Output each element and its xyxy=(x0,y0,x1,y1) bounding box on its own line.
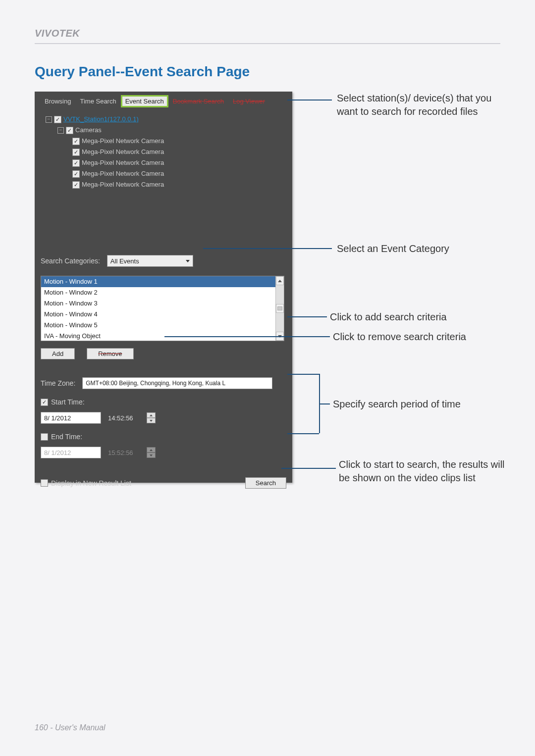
spin-down-icon[interactable] xyxy=(147,418,156,423)
connector-line xyxy=(287,100,332,101)
connector-line xyxy=(319,403,330,404)
end-time-checkbox[interactable]: ✓ xyxy=(41,433,48,441)
query-panel: Browsing Time Search Event Search Bookma… xyxy=(35,92,292,483)
end-date-picker[interactable]: 8/ 1/2012 xyxy=(41,447,101,458)
connector-line xyxy=(281,468,336,469)
brand-header: VIVOTEK xyxy=(35,28,500,44)
tree-camera-row[interactable]: ✓ Mega-Pixel Network Camera xyxy=(72,136,283,147)
footer-text: 160 - User's Manual xyxy=(35,723,106,732)
start-date-value: 8/ 1/2012 xyxy=(44,414,71,422)
connector-line xyxy=(287,374,319,375)
list-item[interactable]: Motion - Window 2 xyxy=(41,287,284,298)
collapse-icon[interactable]: − xyxy=(57,127,64,134)
anno-remove: Click to remove search criteria xyxy=(333,330,506,344)
camera-label: Mega-Pixel Network Camera xyxy=(82,147,164,157)
end-time-spinner[interactable] xyxy=(147,447,156,458)
tree-camera-row[interactable]: ✓ Mega-Pixel Network Camera xyxy=(72,147,283,157)
tree-camera-row[interactable]: ✓ Mega-Pixel Network Camera xyxy=(72,168,283,179)
device-tree: − ✓ VVTK_Station1(127.0.0.1) − ✓ Cameras… xyxy=(41,112,286,247)
start-time-checkbox[interactable]: ✓ xyxy=(41,399,48,406)
checkbox-icon[interactable]: ✓ xyxy=(66,127,73,134)
start-date-picker[interactable]: 8/ 1/2012 xyxy=(41,412,101,424)
timezone-value: GMT+08:00 Beijing, Chongqing, Hong Kong,… xyxy=(86,380,225,387)
camera-label: Mega-Pixel Network Camera xyxy=(82,168,164,179)
tab-browsing[interactable]: Browsing xyxy=(41,96,75,107)
spin-down-icon[interactable] xyxy=(147,453,156,458)
end-date-value: 8/ 1/2012 xyxy=(44,449,71,456)
end-time-value: 15:52:56 xyxy=(108,449,140,456)
add-button[interactable]: Add xyxy=(41,348,75,359)
scrollbar[interactable] xyxy=(275,276,284,341)
connector-line xyxy=(287,433,319,434)
display-new-checkbox[interactable]: ✓ xyxy=(41,479,48,487)
event-listbox[interactable]: Motion - Window 1 Motion - Window 2 Moti… xyxy=(41,276,284,341)
list-item[interactable]: Motion - Window 3 xyxy=(41,298,284,309)
checkbox-icon[interactable]: ✓ xyxy=(72,138,80,145)
spin-up-icon[interactable] xyxy=(147,447,156,453)
connector-line xyxy=(203,248,332,249)
diagram-area: Browsing Time Search Event Search Bookma… xyxy=(35,92,505,522)
tree-camera-row[interactable]: ✓ Mega-Pixel Network Camera xyxy=(72,179,283,190)
search-button[interactable]: Search xyxy=(245,477,286,489)
tree-camera-row[interactable]: ✓ Mega-Pixel Network Camera xyxy=(72,157,283,168)
search-categories-label: Search Categories: xyxy=(41,257,100,265)
collapse-icon[interactable]: − xyxy=(46,116,52,123)
checkbox-icon[interactable]: ✓ xyxy=(72,181,80,189)
list-item[interactable]: Motion - Window 4 xyxy=(41,309,284,320)
anno-category: Select an Event Category xyxy=(337,242,510,255)
tree-station-row[interactable]: − ✓ VVTK_Station1(127.0.0.1) xyxy=(46,114,283,125)
timezone-dropdown[interactable]: GMT+08:00 Beijing, Chongqing, Hong Kong,… xyxy=(82,377,272,389)
page-title: Query Panel--Event Search Page xyxy=(35,64,500,80)
scroll-thumb-icon[interactable] xyxy=(276,304,284,313)
tab-bookmark-search[interactable]: Bookmark Search xyxy=(169,96,228,107)
categories-value: All Events xyxy=(110,257,139,265)
station-label[interactable]: VVTK_Station1(127.0.0.1) xyxy=(63,114,139,125)
spin-up-icon[interactable] xyxy=(147,412,156,418)
anno-stations: Select station(s)/ device(s) that you wa… xyxy=(337,92,510,118)
anno-period: Specify search period of time xyxy=(333,398,506,411)
chevron-down-icon xyxy=(186,260,190,262)
tab-bar: Browsing Time Search Event Search Bookma… xyxy=(41,96,286,107)
tab-time-search[interactable]: Time Search xyxy=(76,96,120,107)
remove-button[interactable]: Remove xyxy=(87,348,133,359)
categories-dropdown[interactable]: All Events xyxy=(107,255,193,267)
start-time-label: Start Time: xyxy=(51,398,85,406)
anno-add: Click to add search criteria xyxy=(330,310,503,324)
tab-event-search[interactable]: Event Search xyxy=(121,96,168,107)
camera-label: Mega-Pixel Network Camera xyxy=(82,136,164,147)
checkbox-icon[interactable]: ✓ xyxy=(72,149,80,156)
camera-label: Mega-Pixel Network Camera xyxy=(82,157,164,168)
checkbox-icon[interactable]: ✓ xyxy=(72,170,80,178)
anno-search: Click to start to search, the results wi… xyxy=(339,458,512,485)
connector-line xyxy=(287,316,327,317)
display-new-label: Display in New Result List xyxy=(51,479,131,487)
camera-label: Mega-Pixel Network Camera xyxy=(82,179,164,190)
scroll-up-icon[interactable] xyxy=(276,276,284,285)
cameras-label: Cameras xyxy=(75,125,102,136)
end-time-label: End Time: xyxy=(51,433,82,441)
tab-log-viewer[interactable]: Log Viewer xyxy=(229,96,269,107)
start-time-spinner[interactable] xyxy=(147,412,156,423)
list-item[interactable]: Motion - Window 5 xyxy=(41,320,284,331)
connector-line xyxy=(164,336,330,337)
start-time-value: 14:52:56 xyxy=(108,414,140,422)
timezone-label: Time Zone: xyxy=(41,379,75,387)
checkbox-icon[interactable]: ✓ xyxy=(54,116,61,123)
tree-cameras-row[interactable]: − ✓ Cameras xyxy=(57,125,283,136)
list-item[interactable]: Motion - Window 1 xyxy=(41,276,284,287)
checkbox-icon[interactable]: ✓ xyxy=(72,159,80,167)
